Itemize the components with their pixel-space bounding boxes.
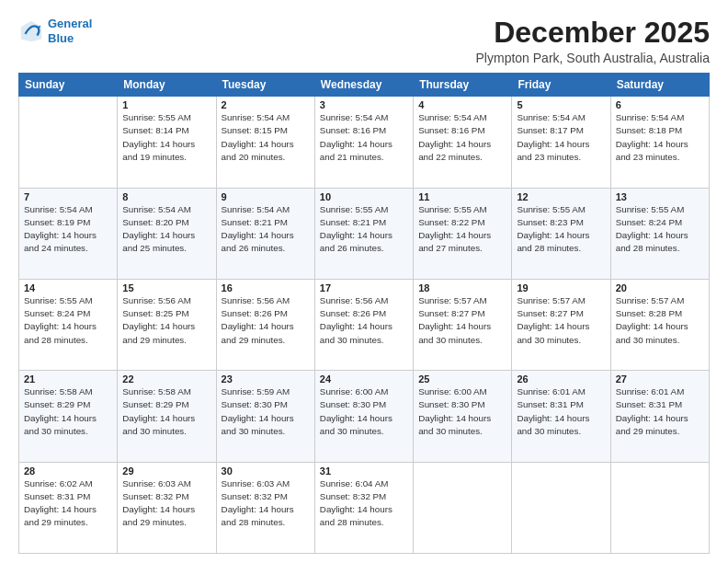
calendar: SundayMondayTuesdayWednesdayThursdayFrid… — [18, 73, 710, 554]
day-number: 17 — [320, 282, 408, 293]
day-info: Sunrise: 5:57 AMSunset: 8:27 PMDaylight:… — [418, 294, 506, 347]
day-number: 24 — [320, 373, 408, 385]
day-info: Sunrise: 5:55 AMSunset: 8:22 PMDaylight:… — [418, 203, 506, 256]
day-number: 31 — [320, 465, 408, 477]
calendar-cell: 8Sunrise: 5:54 AMSunset: 8:20 PMDaylight… — [118, 188, 216, 279]
calendar-cell: 5Sunrise: 5:54 AMSunset: 8:17 PMDaylight… — [512, 97, 610, 188]
day-info: Sunrise: 6:03 AMSunset: 8:32 PMDaylight:… — [222, 477, 310, 530]
day-info: Sunrise: 6:03 AMSunset: 8:32 PMDaylight:… — [122, 477, 210, 530]
calendar-week-2: 7Sunrise: 5:54 AMSunset: 8:19 PMDaylight… — [19, 188, 710, 279]
day-info: Sunrise: 5:54 AMSunset: 8:20 PMDaylight:… — [122, 203, 210, 256]
calendar-cell: 28Sunrise: 6:02 AMSunset: 8:31 PMDayligh… — [19, 462, 118, 553]
day-info: Sunrise: 5:55 AMSunset: 8:21 PMDaylight:… — [320, 203, 408, 256]
day-info: Sunrise: 5:56 AMSunset: 8:26 PMDaylight:… — [320, 294, 408, 347]
calendar-cell: 24Sunrise: 6:00 AMSunset: 8:30 PMDayligh… — [314, 371, 413, 462]
calendar-cell: 25Sunrise: 6:00 AMSunset: 8:30 PMDayligh… — [414, 371, 512, 462]
day-info: Sunrise: 5:55 AMSunset: 8:14 PMDaylight:… — [122, 111, 210, 164]
calendar-cell: 16Sunrise: 5:56 AMSunset: 8:26 PMDayligh… — [216, 279, 314, 370]
calendar-cell: 11Sunrise: 5:55 AMSunset: 8:22 PMDayligh… — [414, 188, 512, 279]
logo: General Blue — [18, 17, 92, 45]
day-number: 18 — [418, 282, 506, 293]
calendar-cell: 6Sunrise: 5:54 AMSunset: 8:18 PMDaylight… — [610, 97, 709, 188]
day-info: Sunrise: 5:54 AMSunset: 8:16 PMDaylight:… — [418, 111, 506, 164]
calendar-cell — [19, 97, 118, 188]
day-info: Sunrise: 5:55 AMSunset: 8:24 PMDaylight:… — [24, 294, 112, 347]
day-number: 19 — [517, 282, 605, 293]
logo-line1: General — [48, 17, 92, 30]
calendar-cell — [512, 462, 610, 553]
day-number: 25 — [418, 373, 506, 385]
day-info: Sunrise: 5:56 AMSunset: 8:26 PMDaylight:… — [222, 294, 310, 347]
day-number: 1 — [122, 99, 210, 110]
day-number: 10 — [320, 191, 408, 202]
day-number: 22 — [122, 373, 210, 385]
column-header-sunday: Sunday — [19, 74, 118, 97]
column-header-saturday: Saturday — [610, 74, 709, 97]
day-info: Sunrise: 5:54 AMSunset: 8:16 PMDaylight:… — [320, 111, 408, 164]
calendar-cell: 3Sunrise: 5:54 AMSunset: 8:16 PMDaylight… — [314, 97, 413, 188]
day-number: 20 — [616, 282, 704, 293]
day-number: 21 — [24, 373, 112, 385]
day-info: Sunrise: 5:57 AMSunset: 8:28 PMDaylight:… — [616, 294, 704, 347]
calendar-cell: 22Sunrise: 5:58 AMSunset: 8:29 PMDayligh… — [118, 371, 216, 462]
subtitle: Plympton Park, South Australia, Australi… — [476, 51, 710, 65]
calendar-cell: 26Sunrise: 6:01 AMSunset: 8:31 PMDayligh… — [512, 371, 610, 462]
day-info: Sunrise: 5:56 AMSunset: 8:25 PMDaylight:… — [122, 294, 210, 347]
day-number: 26 — [517, 373, 605, 385]
day-number: 30 — [222, 465, 310, 477]
calendar-cell: 20Sunrise: 5:57 AMSunset: 8:28 PMDayligh… — [610, 279, 709, 370]
day-number: 8 — [122, 191, 210, 202]
calendar-cell: 14Sunrise: 5:55 AMSunset: 8:24 PMDayligh… — [19, 279, 118, 370]
day-info: Sunrise: 5:58 AMSunset: 8:29 PMDaylight:… — [122, 385, 210, 438]
day-info: Sunrise: 5:55 AMSunset: 8:24 PMDaylight:… — [616, 203, 704, 256]
day-number: 13 — [616, 191, 704, 202]
logo-icon — [18, 18, 44, 44]
day-info: Sunrise: 6:00 AMSunset: 8:30 PMDaylight:… — [418, 385, 506, 438]
logo-text: General Blue — [48, 17, 92, 45]
calendar-cell: 9Sunrise: 5:54 AMSunset: 8:21 PMDaylight… — [216, 188, 314, 279]
day-number: 2 — [222, 99, 310, 110]
day-number: 14 — [24, 282, 112, 293]
calendar-cell: 2Sunrise: 5:54 AMSunset: 8:15 PMDaylight… — [216, 97, 314, 188]
calendar-header-row: SundayMondayTuesdayWednesdayThursdayFrid… — [19, 74, 710, 97]
day-number: 16 — [222, 282, 310, 293]
day-number: 11 — [418, 191, 506, 202]
day-number: 4 — [418, 99, 506, 110]
day-info: Sunrise: 5:54 AMSunset: 8:15 PMDaylight:… — [222, 111, 310, 164]
day-number: 3 — [320, 99, 408, 110]
calendar-cell: 21Sunrise: 5:58 AMSunset: 8:29 PMDayligh… — [19, 371, 118, 462]
day-number: 23 — [222, 373, 310, 385]
day-info: Sunrise: 5:54 AMSunset: 8:19 PMDaylight:… — [24, 203, 112, 256]
day-info: Sunrise: 5:59 AMSunset: 8:30 PMDaylight:… — [222, 385, 310, 438]
calendar-cell: 31Sunrise: 6:04 AMSunset: 8:32 PMDayligh… — [314, 462, 413, 553]
calendar-week-3: 14Sunrise: 5:55 AMSunset: 8:24 PMDayligh… — [19, 279, 710, 370]
calendar-cell: 23Sunrise: 5:59 AMSunset: 8:30 PMDayligh… — [216, 371, 314, 462]
title-block: December 2025 Plympton Park, South Austr… — [476, 17, 710, 65]
calendar-cell: 12Sunrise: 5:55 AMSunset: 8:23 PMDayligh… — [512, 188, 610, 279]
calendar-week-4: 21Sunrise: 5:58 AMSunset: 8:29 PMDayligh… — [19, 371, 710, 462]
day-number: 28 — [24, 465, 112, 477]
calendar-cell: 27Sunrise: 6:01 AMSunset: 8:31 PMDayligh… — [610, 371, 709, 462]
calendar-cell: 4Sunrise: 5:54 AMSunset: 8:16 PMDaylight… — [414, 97, 512, 188]
day-info: Sunrise: 5:54 AMSunset: 8:17 PMDaylight:… — [517, 111, 605, 164]
main-title: December 2025 — [476, 17, 710, 49]
day-info: Sunrise: 5:58 AMSunset: 8:29 PMDaylight:… — [24, 385, 112, 438]
calendar-cell: 10Sunrise: 5:55 AMSunset: 8:21 PMDayligh… — [314, 188, 413, 279]
calendar-cell: 7Sunrise: 5:54 AMSunset: 8:19 PMDaylight… — [19, 188, 118, 279]
column-header-wednesday: Wednesday — [314, 74, 413, 97]
day-number: 7 — [24, 191, 112, 202]
calendar-cell: 18Sunrise: 5:57 AMSunset: 8:27 PMDayligh… — [414, 279, 512, 370]
day-number: 6 — [616, 99, 704, 110]
calendar-week-1: 1Sunrise: 5:55 AMSunset: 8:14 PMDaylight… — [19, 97, 710, 188]
calendar-cell: 13Sunrise: 5:55 AMSunset: 8:24 PMDayligh… — [610, 188, 709, 279]
calendar-cell: 1Sunrise: 5:55 AMSunset: 8:14 PMDaylight… — [118, 97, 216, 188]
day-info: Sunrise: 6:01 AMSunset: 8:31 PMDaylight:… — [517, 385, 605, 438]
column-header-friday: Friday — [512, 74, 610, 97]
day-number: 12 — [517, 191, 605, 202]
header: General Blue December 2025 Plympton Park… — [18, 17, 710, 65]
day-info: Sunrise: 6:01 AMSunset: 8:31 PMDaylight:… — [616, 385, 704, 438]
calendar-cell — [414, 462, 512, 553]
column-header-thursday: Thursday — [414, 74, 512, 97]
day-info: Sunrise: 5:57 AMSunset: 8:27 PMDaylight:… — [517, 294, 605, 347]
calendar-cell: 30Sunrise: 6:03 AMSunset: 8:32 PMDayligh… — [216, 462, 314, 553]
